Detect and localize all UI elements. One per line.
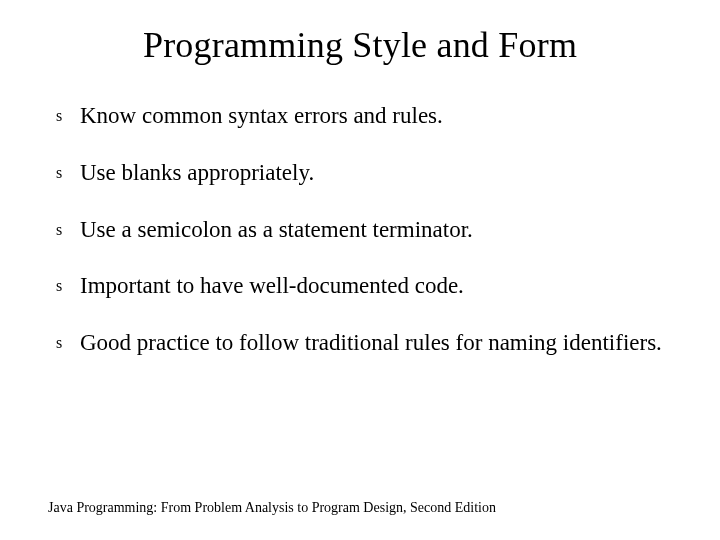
list-item: s Know common syntax errors and rules. bbox=[56, 102, 672, 131]
list-item: s Good practice to follow traditional ru… bbox=[56, 329, 672, 358]
bullet-text: Good practice to follow traditional rule… bbox=[80, 329, 672, 358]
slide-title: Programming Style and Form bbox=[48, 24, 672, 66]
list-item: s Important to have well-documented code… bbox=[56, 272, 672, 301]
list-item: s Use a semicolon as a statement termina… bbox=[56, 216, 672, 245]
bullet-icon: s bbox=[56, 272, 80, 300]
bullet-text: Use a semicolon as a statement terminato… bbox=[80, 216, 672, 245]
bullet-text: Use blanks appropriately. bbox=[80, 159, 672, 188]
list-item: s Use blanks appropriately. bbox=[56, 159, 672, 188]
slide-footer: Java Programming: From Problem Analysis … bbox=[48, 500, 496, 516]
bullet-text: Important to have well-documented code. bbox=[80, 272, 672, 301]
bullet-icon: s bbox=[56, 329, 80, 357]
bullet-icon: s bbox=[56, 216, 80, 244]
bullet-list: s Know common syntax errors and rules. s… bbox=[56, 102, 672, 358]
bullet-icon: s bbox=[56, 159, 80, 187]
bullet-text: Know common syntax errors and rules. bbox=[80, 102, 672, 131]
bullet-icon: s bbox=[56, 102, 80, 130]
